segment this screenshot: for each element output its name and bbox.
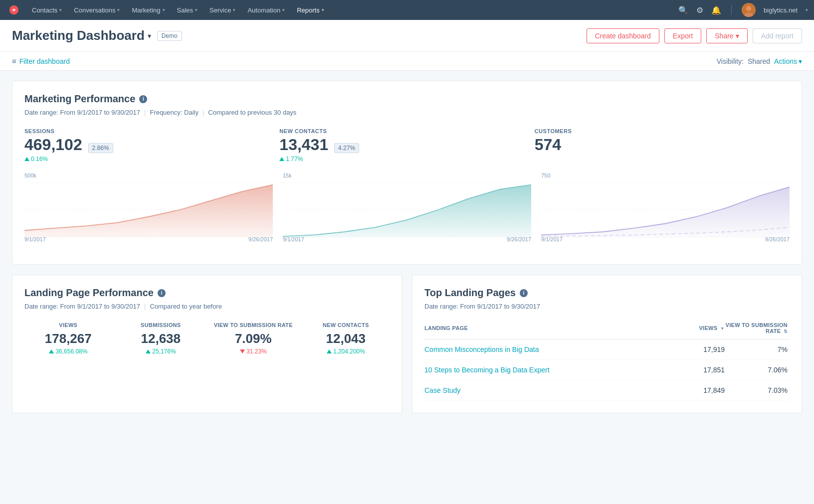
lp-meta: Date range: From 9/1/2017 to 9/30/2017 |… — [24, 303, 390, 310]
lp-submission-rate-label: VIEW TO SUBMISSION RATE — [209, 322, 297, 328]
new-contacts-metric: NEW CONTACTS 13,431 4.27% 1.77% — [279, 128, 534, 163]
sessions-metric: SESSIONS 469,102 2.86% 0.16% — [24, 128, 279, 163]
new-contacts-chart-y-label: 15k — [283, 172, 292, 178]
new-contacts-chart-x-end: 9/26/2017 — [507, 236, 531, 242]
lp-new-contacts-up-icon — [327, 349, 332, 353]
th-landing-page: LANDING PAGE — [424, 325, 675, 331]
td-views-2: 17,851 — [675, 366, 725, 374]
sessions-label: SESSIONS — [24, 128, 279, 134]
top-landing-pages-title: Top Landing Pages i — [424, 287, 790, 299]
nav-automation[interactable]: Automation ▾ — [241, 0, 291, 20]
hubspot-logo[interactable] — [6, 2, 22, 18]
nav-conversations[interactable]: Conversations ▾ — [68, 0, 126, 20]
new-contacts-up-icon — [279, 157, 284, 161]
sessions-chart: 500k 9/1/2017 9/26/2017 — [24, 172, 273, 252]
page-link-2[interactable]: 10 Steps to Becoming a Big Data Expert — [424, 366, 550, 374]
table-row: 10 Steps to Becoming a Big Data Expert 1… — [424, 360, 790, 380]
sessions-value: 469,102 — [24, 136, 82, 154]
lp-submission-rate-value: 7.09% — [209, 331, 297, 346]
title-dropdown-chevron[interactable]: ▾ — [148, 32, 151, 40]
new-contacts-chart-svg — [283, 182, 531, 237]
top-lp-info-icon[interactable]: i — [520, 289, 528, 297]
marketing-performance-card: Marketing Performance i Date range: From… — [12, 81, 802, 265]
nav-divider — [731, 5, 732, 15]
nav-conversations-chevron: ▾ — [117, 7, 120, 12]
top-lp-meta: Date range: From 9/1/2017 to 9/30/2017 — [424, 303, 790, 310]
lp-new-contacts-value: 12,043 — [302, 331, 390, 346]
nav-marketing[interactable]: Marketing ▾ — [126, 0, 171, 20]
customers-chart-svg — [541, 182, 790, 237]
new-contacts-value: 13,431 — [279, 136, 328, 154]
table-row: Common Misconceptions in Big Data 17,919… — [424, 339, 790, 360]
nav-automation-chevron: ▾ — [282, 7, 285, 12]
demo-badge: Demo — [157, 31, 182, 41]
page-link-1[interactable]: Common Misconceptions in Big Data — [424, 345, 539, 353]
settings-icon[interactable]: ⚙ — [696, 5, 703, 15]
actions-chevron: ▾ — [799, 57, 802, 65]
lp-new-contacts-change: 1,204,200% — [302, 348, 390, 355]
create-dashboard-button[interactable]: Create dashboard — [587, 28, 659, 43]
filter-icon: ≡ — [12, 57, 16, 65]
add-report-button: Add report — [753, 28, 802, 43]
bottom-row: Landing Page Performance i Date range: F… — [12, 275, 802, 413]
sessions-chart-y-label: 500k — [24, 172, 36, 178]
customers-chart: 750 9/1/ — [541, 172, 790, 252]
lp-submission-rate-down-icon — [240, 349, 245, 353]
username-chevron: ▾ — [806, 7, 808, 12]
notifications-icon[interactable]: 🔔 — [711, 5, 721, 15]
rate-sort-icon: ⇅ — [784, 329, 788, 334]
lp-metrics-row: VIEWS 178,267 36,656.08% SUBMISSIONS 12,… — [24, 322, 390, 355]
marketing-performance-info-icon[interactable]: i — [139, 95, 147, 103]
top-landing-pages-card: Top Landing Pages i Date range: From 9/1… — [412, 275, 802, 413]
top-lp-table-header: LANDING PAGE VIEWS ▼ VIEW TO SUBMISSION … — [424, 322, 790, 339]
nav-reports[interactable]: Reports ▾ — [291, 0, 330, 20]
customers-value: 574 — [535, 136, 561, 154]
lp-views-up-icon — [49, 349, 54, 353]
sessions-up-icon — [24, 157, 29, 161]
avatar[interactable] — [742, 3, 756, 17]
lp-views-change: 36,656.08% — [24, 348, 112, 355]
header-actions: Create dashboard Export Share ▾ Add repo… — [587, 28, 802, 43]
lp-new-contacts-metric: NEW CONTACTS 12,043 1,204,200% — [302, 322, 390, 355]
new-contacts-label: NEW CONTACTS — [279, 128, 534, 134]
top-lp-table-body: Common Misconceptions in Big Data 17,919… — [424, 339, 790, 401]
sessions-chart-x-start: 9/1/2017 — [24, 236, 46, 242]
td-page-3: Case Study — [424, 386, 675, 394]
page-header: Marketing Dashboard ▾ Demo Create dashbo… — [0, 20, 814, 52]
nav-marketing-chevron: ▾ — [163, 7, 165, 12]
new-contacts-change: 1.77% — [279, 156, 534, 163]
th-views: VIEWS ▼ — [675, 325, 725, 331]
filter-dashboard-link[interactable]: Filter dashboard — [19, 57, 70, 65]
nav-service[interactable]: Service ▾ — [204, 0, 241, 20]
share-button[interactable]: Share ▾ — [706, 28, 747, 43]
lp-views-label: VIEWS — [24, 322, 112, 328]
page-title: Marketing Dashboard — [12, 28, 145, 43]
sessions-change: 0.16% — [24, 156, 279, 163]
lp-submissions-up-icon — [146, 349, 151, 353]
filter-bar: ≡ Filter dashboard Visibility: Shared Ac… — [0, 52, 814, 71]
username-label[interactable]: biglytics.net — [764, 6, 798, 14]
nav-contacts[interactable]: Contacts ▾ — [26, 0, 68, 20]
td-page-1: Common Misconceptions in Big Data — [424, 345, 675, 353]
lp-info-icon[interactable]: i — [158, 289, 166, 297]
nav-contacts-chevron: ▾ — [59, 7, 62, 12]
landing-page-performance-card: Landing Page Performance i Date range: F… — [12, 275, 402, 413]
top-navigation: Contacts ▾ Conversations ▾ Marketing ▾ S… — [0, 0, 814, 20]
visibility-value: Shared — [748, 57, 770, 65]
new-contacts-badge: 4.27% — [334, 143, 359, 153]
page-link-3[interactable]: Case Study — [424, 386, 460, 394]
lp-submission-rate-metric: VIEW TO SUBMISSION RATE 7.09% 31.23% — [209, 322, 297, 355]
nav-reports-chevron: ▾ — [322, 7, 324, 12]
export-button[interactable]: Export — [664, 28, 701, 43]
metrics-row: SESSIONS 469,102 2.86% 0.16% NEW CONTACT… — [24, 128, 790, 163]
lp-submissions-change: 25,176% — [117, 348, 205, 355]
marketing-performance-title: Marketing Performance i — [24, 93, 790, 105]
actions-link[interactable]: Actions ▾ — [774, 57, 802, 65]
search-icon[interactable]: 🔍 — [678, 5, 688, 15]
filter-right: Visibility: Shared Actions ▾ — [717, 57, 802, 65]
nav-sales[interactable]: Sales ▾ — [171, 0, 204, 20]
new-contacts-chart-x-start: 9/1/2017 — [283, 236, 304, 242]
sessions-chart-x-end: 9/26/2017 — [248, 236, 273, 242]
svg-marker-12 — [541, 187, 790, 237]
customers-chart-y-label: 750 — [541, 172, 550, 178]
